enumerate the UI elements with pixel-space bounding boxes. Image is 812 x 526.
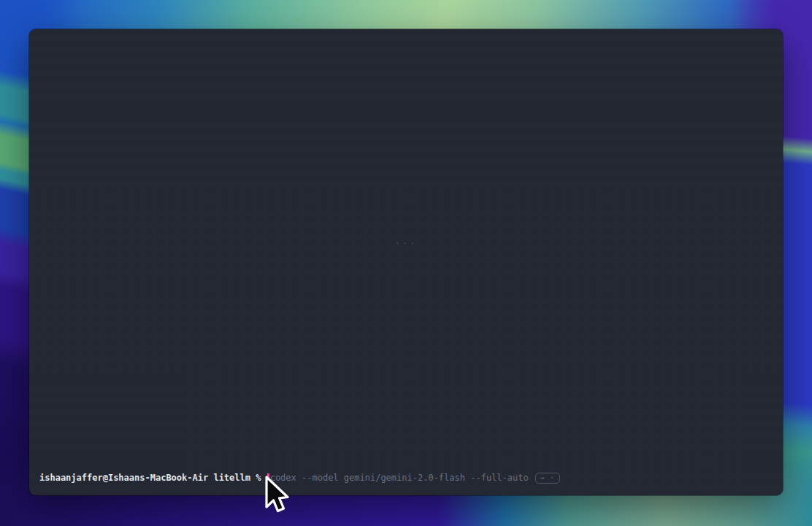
accept-suggestion-key-hint: → · bbox=[535, 473, 560, 484]
shell-prompt: ishaanjaffer@Ishaans-MacBook-Air litellm… bbox=[39, 473, 261, 484]
terminal-body[interactable]: ... ishaanjaffer@Ishaans-MacBook-Air lit… bbox=[29, 29, 783, 495]
terminal-loading-ellipsis: ... bbox=[395, 236, 418, 246]
terminal-prompt-line[interactable]: ishaanjaffer@Ishaans-MacBook-Air litellm… bbox=[39, 473, 560, 484]
prompt-separator bbox=[261, 473, 266, 484]
desktop: ... ishaanjaffer@Ishaans-MacBook-Air lit… bbox=[0, 0, 812, 526]
terminal-ghost-artifacts bbox=[29, 29, 783, 495]
text-caret bbox=[267, 473, 269, 484]
command-autosuggestion[interactable]: codex --model gemini/gemini-2.0-flash --… bbox=[270, 473, 529, 484]
terminal-window[interactable]: ... ishaanjaffer@Ishaans-MacBook-Air lit… bbox=[29, 29, 783, 495]
